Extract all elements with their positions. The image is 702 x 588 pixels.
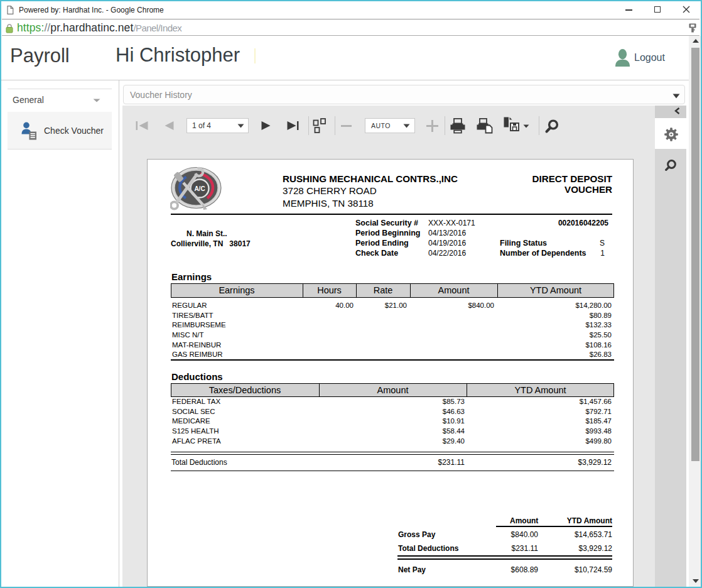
svg-text:A/C: A/C (194, 185, 205, 192)
